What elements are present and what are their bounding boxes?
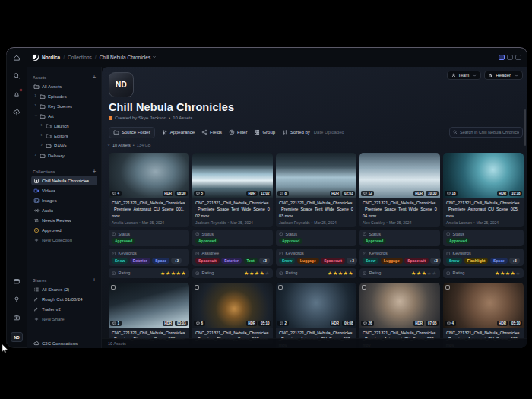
tag-snow[interactable]: Snow (363, 258, 378, 264)
tree-chevron-icon[interactable]: › (33, 114, 38, 118)
tag-exterior[interactable]: Exterior (221, 258, 242, 264)
star-rating[interactable]: ★★★★★ (160, 271, 186, 276)
select-checkbox[interactable] (445, 285, 450, 290)
tag-3[interactable]: +3 (509, 258, 520, 264)
star-icon[interactable]: ★ (411, 271, 416, 276)
tree-chevron-icon[interactable]: › (33, 93, 37, 99)
asset-thumbnail[interactable]: 5HDR11:02 (192, 153, 273, 198)
asset-thumbnail[interactable]: 4HDR08:30 (109, 153, 189, 198)
tag-spacesuit[interactable]: Spacesuit (195, 258, 220, 264)
asset-thumbnail[interactable]: 8HDR02:03 (276, 153, 356, 198)
tag-space[interactable]: Space (490, 258, 508, 264)
panel-center-icon[interactable] (507, 55, 513, 60)
tag-luggage[interactable]: Luggage (381, 258, 403, 264)
group-button[interactable]: Group (254, 129, 275, 135)
storage-icon[interactable] (13, 277, 21, 285)
asset-thumbnail[interactable]: 4HDR05:10 (443, 283, 524, 328)
star-icon[interactable]: ★ (416, 271, 422, 276)
status-badge[interactable]: Approved (279, 238, 302, 244)
star-icon[interactable]: ★ (500, 271, 505, 276)
chevron-icon[interactable]: › (107, 144, 112, 146)
add-collections-button[interactable]: + (93, 169, 96, 174)
appearance-button[interactable]: Appearance (162, 129, 195, 135)
star-icon[interactable]: ★ (515, 271, 521, 276)
add-shares-button[interactable]: + (93, 277, 96, 283)
team-button[interactable]: Team (447, 71, 482, 80)
status-badge[interactable]: Approved (195, 238, 219, 244)
sidebar-item-art[interactable]: ›Art (31, 111, 97, 121)
select-checkbox[interactable] (362, 285, 366, 290)
tree-chevron-icon[interactable]: › (33, 103, 37, 109)
star-rating[interactable]: ★★★★★ (411, 271, 437, 276)
home-icon[interactable] (13, 54, 21, 62)
asset-filename[interactable]: CNC_221321_Chill_Nebula_Chronicles_Premi… (279, 200, 353, 219)
asset-filename[interactable]: CNC_221321_Chill_Nebula_Chronicles_Premi… (446, 200, 521, 219)
filter-button[interactable]: Filter (229, 129, 247, 135)
sidebar-item-editors[interactable]: ›Editors (31, 131, 97, 141)
scrollbar[interactable] (524, 109, 526, 146)
asset-filename[interactable]: CNC_221321_Chill_Nebula_Chronicles_Premi… (363, 200, 437, 219)
sidebar-item-trailer-v2[interactable]: Trailer v2 (31, 304, 97, 314)
star-rating[interactable]: ★★★★★ (495, 271, 521, 276)
tag-3[interactable]: +3 (259, 258, 270, 264)
header-button[interactable]: Header (484, 71, 523, 80)
tag-3[interactable]: +3 (430, 258, 441, 264)
tree-chevron-icon[interactable]: › (40, 143, 43, 148)
tag-tent[interactable]: Tent (244, 258, 258, 264)
tag-3[interactable]: +3 (171, 258, 182, 264)
sort-button[interactable]: Sorted by Date Uploaded (282, 129, 344, 135)
status-badge[interactable]: Approved (446, 238, 470, 244)
breadcrumb-current[interactable]: Chill Nebula Chronicles (100, 55, 151, 60)
tag-spacesuit[interactable]: Spacesuit (321, 258, 345, 264)
panel-right-icon[interactable] (515, 55, 521, 60)
add-assets-button[interactable]: + (93, 74, 96, 80)
star-icon[interactable]: ★ (328, 271, 333, 276)
sidebar-item-key-scenes[interactable]: ›Key Scenes (31, 101, 97, 111)
sidebar-item-new-collection[interactable]: New Collection (31, 235, 97, 245)
asset-thumbnail[interactable]: 6HDR05:10 (192, 283, 273, 328)
sidebar-item-raws[interactable]: ›RAWs (31, 141, 97, 150)
star-icon[interactable]: ★ (333, 271, 338, 276)
notifications-icon[interactable] (13, 90, 21, 98)
sidebar-item-audio[interactable]: Audio (31, 205, 97, 215)
tree-chevron-icon[interactable]: › (40, 133, 43, 138)
sidebar-item-launch[interactable]: ›Launch (31, 121, 97, 131)
status-badge[interactable]: Approved (363, 238, 386, 244)
star-rating[interactable]: ★★★★★ (328, 271, 353, 276)
panel-left-icon[interactable] (499, 55, 505, 60)
tag-luggage[interactable]: Luggage (297, 258, 319, 264)
chevron-down-icon[interactable] (152, 55, 157, 59)
star-icon[interactable]: ★ (432, 271, 437, 276)
asset-filename[interactable]: CNC_221321_Chill_Nebula_Chronicles_Premi… (195, 200, 270, 219)
tree-chevron-icon[interactable]: › (40, 123, 43, 128)
asset-card[interactable]: 8HDR02:03CNC_221321_Chill_Nebula_Chronic… (276, 153, 356, 278)
sidebar-item-all-assets[interactable]: All Assets (31, 81, 97, 91)
more-icon[interactable]: ⋯ (182, 220, 187, 225)
tag-snow[interactable]: Snow (279, 258, 295, 264)
sidebar-item-approved[interactable]: Approved (31, 225, 97, 235)
select-checkbox[interactable] (111, 285, 116, 290)
tag-spacesuit[interactable]: Spacesuit (404, 258, 429, 264)
tag-snow[interactable]: Snow (446, 258, 462, 264)
asset-card[interactable]: 4HDR08:30CNC_221321_Chill_Nebula_Chronic… (109, 153, 189, 278)
asset-thumbnail[interactable]: 12HDR10:30 (359, 153, 440, 198)
star-icon[interactable]: ★ (264, 271, 270, 276)
workspace-name[interactable]: Nordica (42, 55, 60, 60)
search-box[interactable] (449, 127, 523, 138)
sidebar-item-new-share[interactable]: New Share (31, 314, 97, 324)
star-icon[interactable]: ★ (348, 271, 353, 276)
camera-icon[interactable] (13, 314, 21, 321)
asset-thumbnail[interactable]: 1HDR03:03 (109, 283, 189, 328)
asset-card[interactable]: 5HDR11:02CNC_221321_Chill_Nebula_Chronic… (192, 153, 273, 278)
search-icon[interactable] (13, 72, 21, 80)
star-icon[interactable]: ★ (160, 271, 166, 276)
ideas-icon[interactable] (13, 296, 21, 303)
upload-icon[interactable] (13, 109, 21, 116)
sidebar-item-c2c-connections[interactable]: C2C Connections (31, 338, 97, 348)
star-icon[interactable]: ★ (249, 271, 255, 276)
asset-filename[interactable]: CNC_221321_Chill_Nebula_Chronicles_Premi… (112, 200, 186, 219)
sidebar-item-chill-nebula-chronicles[interactable]: Chill Nebula Chronicles (31, 176, 97, 185)
search-input[interactable] (460, 130, 519, 135)
asset-card[interactable]: 18HDR10:18CNC_221321_Chill_Nebula_Chroni… (443, 153, 524, 278)
tag-space[interactable]: Space (152, 258, 169, 264)
